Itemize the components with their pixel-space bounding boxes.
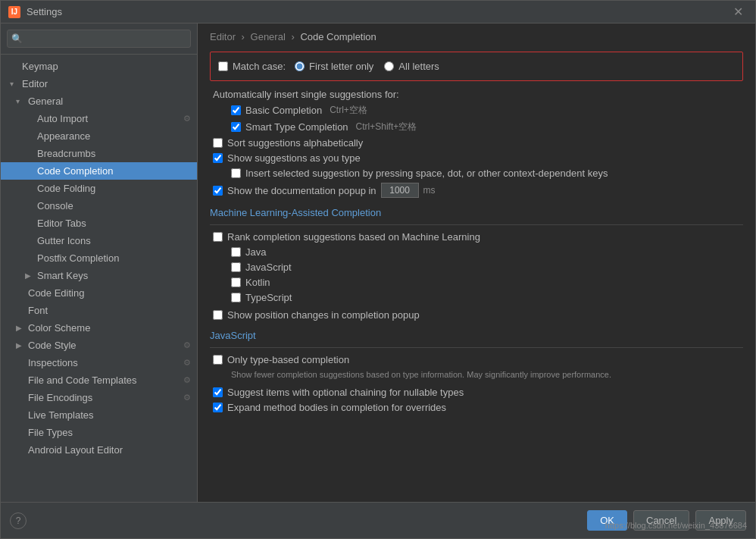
sidebar-item-file-types[interactable]: File Types <box>1 424 197 441</box>
sidebar-item-general[interactable]: ▾ General <box>1 92 197 110</box>
sidebar-item-live-templates[interactable]: Live Templates <box>1 406 197 424</box>
sidebar-item-keymap[interactable]: Keymap <box>1 58 197 75</box>
typescript-checkbox[interactable] <box>231 293 241 302</box>
sidebar-item-editor-tabs[interactable]: Editor Tabs <box>1 215 197 232</box>
typescript-row: TypeScript <box>210 292 743 303</box>
match-case-checkbox[interactable] <box>218 61 228 71</box>
show-position-checkbox[interactable] <box>213 310 223 320</box>
watermark: https://blog.csdn.net/weixin_43876684 <box>605 521 747 530</box>
match-case-label: Match case: <box>233 61 286 72</box>
show-position-label: Show position changes in completion popu… <box>227 309 420 321</box>
sort-alpha-row: Sort suggestions alphabetically <box>210 137 743 149</box>
sidebar-item-code-editing[interactable]: Code Editing <box>1 284 197 302</box>
show-as-type-label: Show suggestions as you type <box>227 152 361 164</box>
sidebar-item-gutter-icons[interactable]: Gutter Icons <box>1 232 197 249</box>
search-box: 🔍 <box>1 24 197 55</box>
rank-ml-checkbox[interactable] <box>213 232 223 242</box>
sidebar-item-font[interactable]: Font <box>1 302 197 319</box>
show-doc-popup-label: Show the documentation popup in <box>227 185 376 196</box>
insert-selected-checkbox[interactable] <box>231 168 241 178</box>
basic-completion-checkbox[interactable] <box>231 105 241 115</box>
arrow-icon: ▶ <box>16 324 25 332</box>
smart-type-shortcut: Ctrl+Shift+空格 <box>356 121 417 133</box>
only-type-hint: Show fewer completion suggestions based … <box>210 369 743 381</box>
sidebar-item-postfix-completion[interactable]: Postfix Completion <box>1 249 197 267</box>
first-letter-radio[interactable] <box>295 61 305 71</box>
suggest-optional-row: Suggest items with optional chaining for… <box>210 387 743 398</box>
sidebar-item-file-code-templates[interactable]: File and Code Templates ⚙ <box>1 371 197 389</box>
sidebar-item-appearance[interactable]: Appearance <box>1 127 197 145</box>
content-area: 🔍 Keymap ▾ Editor ▾ General <box>1 24 755 502</box>
sidebar-item-auto-import[interactable]: Auto Import ⚙ <box>1 110 197 127</box>
show-position-row: Show position changes in completion popu… <box>210 309 743 321</box>
basic-completion-shortcut: Ctrl+空格 <box>330 104 367 117</box>
gear-icon: ⚙ <box>183 114 191 124</box>
sidebar-item-code-style[interactable]: ▶ Code Style ⚙ <box>1 337 197 354</box>
insert-selected-label: Insert selected suggestion by pressing s… <box>245 168 608 179</box>
smart-type-checkbox[interactable] <box>231 122 241 132</box>
expand-method-row: Expand method bodies in completion for o… <box>210 402 743 413</box>
java-row: Java <box>210 246 743 258</box>
sidebar-item-smart-keys[interactable]: ▶ Smart Keys <box>1 267 197 284</box>
rank-ml-label: Rank completion suggestions based on Mac… <box>227 231 480 243</box>
expand-method-checkbox[interactable] <box>213 403 223 412</box>
sidebar-item-code-folding[interactable]: Code Folding <box>1 180 197 197</box>
java-label: Java <box>245 246 266 258</box>
insert-selected-row: Insert selected suggestion by pressing s… <box>210 168 743 179</box>
sidebar-item-android-layout-editor[interactable]: Android Layout Editor <box>1 441 197 459</box>
breadcrumb-sep2: › <box>291 31 297 42</box>
all-letters-row: All letters <box>384 61 439 72</box>
close-button[interactable]: ✕ <box>729 3 748 20</box>
gear-icon: ⚙ <box>183 375 191 385</box>
gear-icon: ⚙ <box>183 393 191 403</box>
first-letter-label: First letter only <box>309 61 373 72</box>
doc-popup-ms-input[interactable] <box>381 183 419 198</box>
sidebar-item-code-completion[interactable]: Code Completion <box>1 162 197 180</box>
only-type-label: Only type-based completion <box>227 354 349 365</box>
sidebar-item-breadcrumbs[interactable]: Breadcrumbs <box>1 145 197 162</box>
show-doc-popup-row: Show the documentation popup in ms <box>210 183 743 198</box>
settings-content: Match case: First letter only All letter… <box>198 49 755 502</box>
typescript-label: TypeScript <box>245 292 292 303</box>
search-input[interactable] <box>7 30 191 48</box>
help-button[interactable]: ? <box>10 512 27 529</box>
window-title: Settings <box>27 6 62 17</box>
js-divider <box>210 347 743 348</box>
kotlin-row: Kotlin <box>210 277 743 288</box>
sort-alpha-checkbox[interactable] <box>213 138 223 148</box>
all-letters-radio[interactable] <box>384 61 394 71</box>
footer: ? OK Cancel Apply <box>1 502 755 538</box>
rank-ml-row: Rank completion suggestions based on Mac… <box>210 231 743 243</box>
javascript-label: JavaScript <box>245 262 292 273</box>
breadcrumb: Editor › General › Code Completion <box>198 24 755 49</box>
sidebar-item-console[interactable]: Console <box>1 197 197 215</box>
sidebar-item-inspections[interactable]: Inspections ⚙ <box>1 354 197 371</box>
ml-section-label: Machine Learning-Assisted Completion <box>210 207 743 218</box>
javascript-row: JavaScript <box>210 262 743 273</box>
sidebar-item-color-scheme[interactable]: ▶ Color Scheme <box>1 319 197 337</box>
only-type-row: Only type-based completion <box>210 354 743 365</box>
sidebar-item-editor[interactable]: ▾ Editor <box>1 75 197 92</box>
suggest-optional-label: Suggest items with optional chaining for… <box>227 387 464 398</box>
expand-method-label: Expand method bodies in completion for o… <box>227 402 446 413</box>
show-as-type-checkbox[interactable] <box>213 153 223 163</box>
auto-insert-label-row: Automatically insert single suggestions … <box>210 89 743 100</box>
arrow-icon: ▾ <box>10 80 19 88</box>
only-type-checkbox[interactable] <box>213 355 223 365</box>
smart-type-row: Smart Type Completion Ctrl+Shift+空格 <box>210 121 743 133</box>
sidebar-item-file-encodings[interactable]: File Encodings ⚙ <box>1 389 197 406</box>
java-checkbox[interactable] <box>231 247 241 257</box>
kotlin-checkbox[interactable] <box>231 277 241 287</box>
smart-type-label: Smart Type Completion <box>245 121 348 133</box>
title-bar: IJ Settings ✕ <box>1 1 755 24</box>
basic-completion-row: Basic Completion Ctrl+空格 <box>210 104 743 117</box>
javascript-checkbox[interactable] <box>231 262 241 272</box>
show-doc-popup-checkbox[interactable] <box>213 186 223 196</box>
arrow-icon: ▶ <box>25 271 34 280</box>
gear-icon: ⚙ <box>183 340 191 350</box>
basic-completion-label: Basic Completion <box>245 105 322 116</box>
sidebar: 🔍 Keymap ▾ Editor ▾ General <box>1 24 198 502</box>
kotlin-label: Kotlin <box>245 277 270 288</box>
all-letters-label: All letters <box>398 61 439 72</box>
suggest-optional-checkbox[interactable] <box>213 387 223 397</box>
